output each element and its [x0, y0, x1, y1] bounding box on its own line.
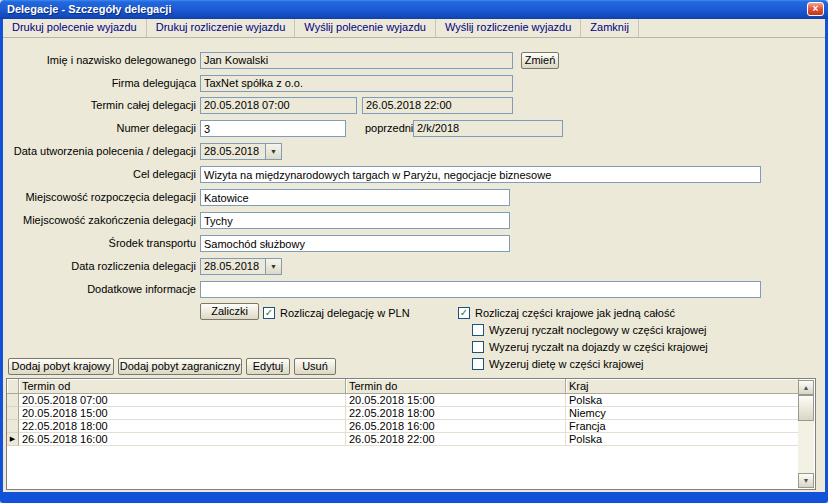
- vertical-scrollbar[interactable]: ▲ ▼: [798, 380, 814, 488]
- created-date-combo[interactable]: 28.05.2018 ▼: [200, 143, 282, 160]
- number-label: Numer delegacji: [8, 120, 196, 137]
- term-label: Termin całej delegacji: [8, 97, 196, 114]
- up-arrow-icon: ▲: [803, 384, 810, 391]
- delete-button[interactable]: Usuń: [294, 358, 336, 375]
- table-row[interactable]: 20.05.2018 07:00 20.05.2018 15:00 Polska: [7, 394, 799, 407]
- chevron-down-icon: ▼: [270, 263, 277, 270]
- table-row[interactable]: 22.05.2018 18:00 26.05.2018 16:00 Francj…: [7, 420, 799, 433]
- company-label: Firma delegująca: [8, 75, 196, 92]
- toolbar-item-send-travel-order[interactable]: Wyślij polecenie wyjazdu: [295, 19, 436, 37]
- checkbox-zero-commute[interactable]: Wyzeruj ryczałt na dojazdy w części kraj…: [472, 340, 708, 353]
- table-header: Termin od Termin do Kraj: [7, 379, 799, 394]
- table-row[interactable]: 20.05.2018 15:00 22.05.2018 18:00 Niemcy: [7, 407, 799, 420]
- purpose-label: Cel delegacji: [8, 166, 196, 183]
- delegation-details-window: Delegacje - Szczegóły delegacji × Drukuj…: [0, 0, 828, 503]
- row-indicator: [7, 407, 19, 420]
- settle-date-label: Data rozliczenia delegacji: [8, 258, 196, 275]
- settle-date-value: 28.05.2018: [201, 259, 265, 274]
- previous-number-field: 2/k/2018: [413, 120, 563, 137]
- created-label: Data utworzenia polecenia / delegacji: [8, 143, 196, 160]
- change-button[interactable]: Zmień: [521, 52, 559, 69]
- toolbar-item-close[interactable]: Zamknij: [581, 19, 639, 37]
- down-arrow-icon: ▼: [803, 477, 810, 484]
- checkbox-settle-in-pln[interactable]: ✓ Rozliczaj delegację w PLN: [263, 306, 410, 319]
- start-city-input[interactable]: [200, 189, 510, 206]
- row-indicator: [7, 420, 19, 433]
- current-row-arrow-icon: ▶: [7, 433, 19, 446]
- close-button[interactable]: ×: [807, 2, 824, 16]
- name-label: Imię i nazwisko delegowanego: [8, 52, 196, 69]
- name-field: Jan Kowalski: [200, 52, 513, 69]
- start-city-label: Miejscowość rozpoczęcia delegacji: [8, 189, 196, 206]
- chevron-down-icon: ▼: [270, 148, 277, 155]
- created-date-value: 28.05.2018: [201, 144, 265, 159]
- toolbar-item-print-settlement[interactable]: Drukuj rozliczenie wyjazdu: [147, 19, 296, 37]
- advances-button[interactable]: Zaliczki: [200, 303, 259, 320]
- check-icon: ✓: [265, 307, 273, 318]
- toolbar: Drukuj polecenie wyjazduDrukuj rozliczen…: [3, 19, 825, 38]
- checkbox-box[interactable]: ✓: [458, 307, 470, 319]
- indicator-column-header: [7, 379, 19, 394]
- transport-input[interactable]: [200, 235, 510, 252]
- company-field: TaxNet spółka z o.o.: [200, 75, 513, 92]
- check-icon: ✓: [460, 307, 468, 318]
- window-title: Delegacje - Szczegóły delegacji: [7, 0, 171, 19]
- add-domestic-stay-button[interactable]: Dodaj pobyt krajowy: [8, 358, 114, 375]
- term-from-field: 20.05.2018 07:00: [200, 97, 357, 114]
- row-indicator: [7, 394, 19, 407]
- checkbox-box[interactable]: ✓: [263, 307, 275, 319]
- transport-label: Środek transportu: [8, 235, 196, 252]
- window-titlebar[interactable]: Delegacje - Szczegóły delegacji ×: [0, 0, 828, 19]
- end-city-input[interactable]: [200, 212, 510, 229]
- settle-date-combo[interactable]: 28.05.2018 ▼: [200, 258, 282, 275]
- checkbox-domestic-as-whole[interactable]: ✓ Rozliczaj części krajowe jak jedną cał…: [458, 306, 675, 319]
- checkbox-box[interactable]: [472, 324, 484, 336]
- scroll-up-button[interactable]: ▲: [798, 380, 814, 395]
- table-body: 20.05.2018 07:00 20.05.2018 15:00 Polska…: [7, 394, 799, 446]
- edit-button[interactable]: Edytuj: [246, 358, 290, 375]
- close-icon: ×: [813, 3, 819, 14]
- column-header-country[interactable]: Kraj: [566, 379, 799, 394]
- checkbox-box[interactable]: [472, 341, 484, 353]
- checkbox-zero-diet[interactable]: Wyzeruj dietę w części krajowej: [472, 357, 644, 370]
- scrollbar-thumb[interactable]: [798, 395, 814, 421]
- toolbar-item-print-travel-order[interactable]: Drukuj polecenie wyjazdu: [3, 19, 147, 37]
- settle-date-dropdown-button[interactable]: ▼: [265, 259, 281, 274]
- column-header-term-to[interactable]: Termin do: [346, 379, 566, 394]
- table-row-current[interactable]: ▶ 26.05.2018 16:00 26.05.2018 22:00 Pols…: [7, 433, 799, 446]
- checkbox-zero-lodging[interactable]: Wyzeruj ryczałt noclegowy w części krajo…: [472, 323, 707, 336]
- stays-table: Termin od Termin do Kraj 20.05.2018 07:0…: [6, 378, 816, 490]
- column-header-term-from[interactable]: Termin od: [19, 379, 346, 394]
- extra-info-input[interactable]: [200, 281, 761, 298]
- number-input[interactable]: [200, 120, 346, 137]
- extra-info-label: Dodatkowe informacje: [8, 281, 196, 298]
- end-city-label: Miejscowość zakończenia delegacji: [8, 212, 196, 229]
- created-date-dropdown-button[interactable]: ▼: [265, 144, 281, 159]
- scroll-down-button[interactable]: ▼: [798, 473, 814, 488]
- purpose-input[interactable]: [200, 166, 761, 183]
- add-foreign-stay-button[interactable]: Dodaj pobyt zagraniczny: [118, 358, 242, 375]
- checkbox-box[interactable]: [472, 358, 484, 370]
- previous-label: poprzedni: [365, 120, 413, 137]
- term-to-field: 26.05.2018 22:00: [362, 97, 513, 114]
- toolbar-item-send-settlement[interactable]: Wyślij rozliczenie wyjazdu: [436, 19, 581, 37]
